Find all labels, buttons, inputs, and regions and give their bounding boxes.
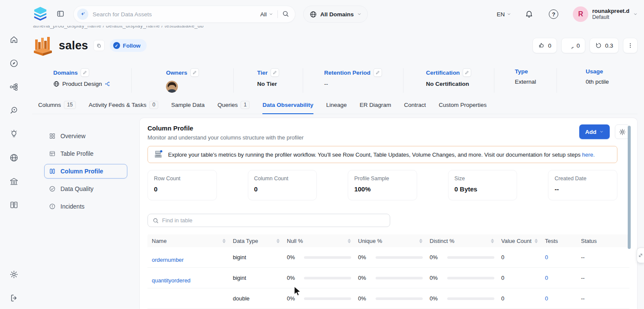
more-actions-button[interactable] xyxy=(623,38,638,53)
distinct-pct-cell: 0% xyxy=(430,275,501,281)
nav-explore[interactable] xyxy=(9,58,19,68)
search-icon[interactable] xyxy=(282,10,289,18)
sidebar-toggle-button[interactable] xyxy=(56,9,66,19)
nav-govern[interactable] xyxy=(9,176,19,186)
logout-button[interactable] xyxy=(9,293,19,303)
owners-label: Owners xyxy=(166,70,187,76)
sort-icon[interactable] xyxy=(419,239,423,243)
value-count-cell: 0 xyxy=(501,254,545,261)
stat-column-count: Column Count0 xyxy=(248,170,317,200)
column-name-link[interactable]: ordernumber xyxy=(147,257,233,267)
all-domains-dropdown[interactable]: All Domains xyxy=(303,6,368,23)
entity-header: sales ✓ Follow 0 0 0.3 xyxy=(32,33,638,58)
certification-label: Certification xyxy=(426,70,460,76)
nav-settings[interactable] xyxy=(9,269,19,279)
nav-services[interactable] xyxy=(9,82,19,92)
tab-contract[interactable]: Contract xyxy=(404,100,426,114)
copy-name-button[interactable] xyxy=(93,40,105,51)
subnav-table-profile[interactable]: Table Profile xyxy=(44,146,127,161)
edit-owners-button[interactable] xyxy=(190,68,199,77)
downvote-button[interactable]: 0 xyxy=(561,38,586,53)
nav-observability[interactable] xyxy=(9,105,19,115)
tab-er-diagram[interactable]: ER Diagram xyxy=(360,100,391,114)
owner-avatar[interactable] xyxy=(166,81,178,93)
panel-title: Column Profile xyxy=(147,124,304,132)
edit-tier-button[interactable] xyxy=(271,68,279,77)
header-unique-pct[interactable]: Unique % xyxy=(358,238,430,244)
nav-glossary[interactable] xyxy=(9,200,19,210)
tab-data-observability[interactable]: Data Observability xyxy=(262,100,313,114)
domains-value[interactable]: Product Design xyxy=(62,81,102,87)
tab-activity-feeds[interactable]: Activity Feeds & Tasks0 xyxy=(89,100,158,114)
add-button[interactable]: Add xyxy=(579,124,610,139)
compass-icon xyxy=(9,59,18,68)
follow-button[interactable]: ✓ Follow xyxy=(110,39,147,52)
progress-bar xyxy=(376,277,423,279)
tests-link[interactable]: 0 xyxy=(545,254,581,261)
tab-lineage[interactable]: Lineage xyxy=(326,100,347,114)
version-button[interactable]: 0.3 xyxy=(590,38,619,53)
subnav-column-profile[interactable]: Column Profile xyxy=(44,164,127,179)
search-scope-label: All xyxy=(260,11,267,18)
domains-label: Domains xyxy=(53,70,78,76)
help-icon: ? xyxy=(552,11,555,18)
language-dropdown[interactable]: EN xyxy=(497,11,512,18)
nav-home[interactable] xyxy=(9,34,19,45)
logout-icon xyxy=(9,294,18,303)
tab-sample-data[interactable]: Sample Data xyxy=(171,100,205,114)
app-logo[interactable] xyxy=(32,7,48,21)
tab-columns[interactable]: Columns15 xyxy=(38,100,76,114)
help-button[interactable]: ? xyxy=(549,9,558,19)
global-search-input[interactable] xyxy=(93,11,256,18)
tab-custom-properties[interactable]: Custom Properties xyxy=(439,100,487,114)
tab-queries[interactable]: Queries1 xyxy=(217,100,250,114)
null-pct-cell: 0% xyxy=(287,275,358,281)
nav-domains[interactable] xyxy=(9,152,19,163)
sort-icon[interactable] xyxy=(276,239,280,243)
header-null-pct[interactable]: Null % xyxy=(287,238,358,244)
find-in-table-input[interactable] xyxy=(162,217,385,224)
upvote-button[interactable]: 0 xyxy=(533,38,557,53)
globe-icon xyxy=(53,81,60,87)
column-name-link[interactable]: quantityordered xyxy=(147,277,233,288)
alert-circle-icon xyxy=(49,203,56,210)
column-profile-panel: Column Profile Monitor and understand yo… xyxy=(139,118,638,309)
kebab-icon xyxy=(627,42,634,49)
profiler-settings-button[interactable] xyxy=(615,124,629,139)
subnav-incidents[interactable]: Incidents xyxy=(44,199,127,214)
header-distinct-pct[interactable]: Distinct % xyxy=(430,238,501,244)
chevron-down-icon xyxy=(269,12,273,16)
language-label: EN xyxy=(497,11,505,18)
header-name[interactable]: Name xyxy=(147,238,233,244)
column-name-link[interactable] xyxy=(147,304,233,309)
tests-link[interactable]: 0 xyxy=(545,295,581,302)
user-menu[interactable]: R rounakpreet.d Default xyxy=(573,6,638,22)
sort-icon[interactable] xyxy=(491,239,494,243)
edit-certification-button[interactable] xyxy=(463,68,471,77)
tests-link[interactable]: 0 xyxy=(545,275,581,281)
nav-insights[interactable] xyxy=(9,129,19,139)
find-in-table[interactable] xyxy=(147,214,390,227)
subnav-data-quality[interactable]: Data Quality xyxy=(44,182,127,196)
global-search[interactable]: All xyxy=(73,6,295,23)
panel-scrollbar[interactable] xyxy=(628,126,631,249)
sort-icon[interactable] xyxy=(222,239,226,243)
pencil-icon xyxy=(376,70,380,75)
panel-subtitle: Monitor and understand your columns stru… xyxy=(147,134,304,141)
usage-value: 0th pctile xyxy=(586,79,609,85)
edit-domains-button[interactable] xyxy=(81,68,89,77)
subnav-overview[interactable]: Overview xyxy=(44,129,127,143)
user-team: Default xyxy=(592,14,629,21)
stat-size: Size0 Bytes xyxy=(448,170,518,200)
notifications-button[interactable] xyxy=(525,9,534,19)
pencil-icon xyxy=(273,70,277,75)
header-value-count[interactable]: Value Count xyxy=(501,238,545,244)
header-data-type[interactable]: Data Type xyxy=(233,238,287,244)
search-scope-dropdown[interactable]: All xyxy=(260,11,273,18)
side-panel-handle[interactable] xyxy=(637,248,644,263)
sort-icon[interactable] xyxy=(347,239,351,243)
edit-retention-button[interactable] xyxy=(373,68,382,77)
banner-link[interactable]: here. xyxy=(582,151,595,158)
sort-icon[interactable] xyxy=(534,239,538,243)
version-number: 0.3 xyxy=(605,42,613,49)
